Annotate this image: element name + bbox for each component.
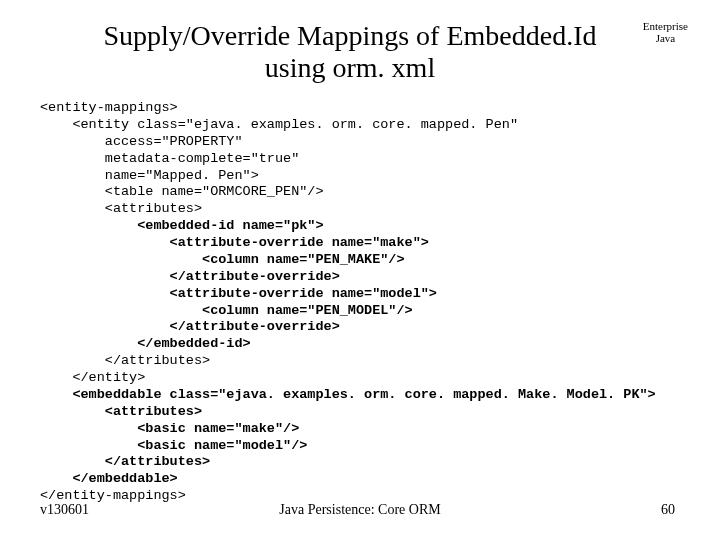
- corner-line-2: Java: [656, 32, 676, 44]
- code-line: <embeddable class="ejava. examples. orm.…: [40, 387, 656, 402]
- code-line: <column name="PEN_MODEL"/>: [40, 303, 413, 318]
- code-line: </embedded-id>: [40, 336, 251, 351]
- code-line: <table name="ORMCORE_PEN"/>: [40, 184, 324, 199]
- code-line: name="Mapped. Pen">: [40, 168, 259, 183]
- code-line: <basic name="model"/>: [40, 438, 307, 453]
- code-line: <attributes>: [40, 201, 202, 216]
- code-line: <embedded-id name="pk">: [40, 218, 324, 233]
- code-line: access="PROPERTY": [40, 134, 243, 149]
- title-line-2: using orm. xml: [265, 52, 435, 83]
- code-line: </entity-mappings>: [40, 488, 186, 503]
- code-line: </attribute-override>: [40, 269, 340, 284]
- title-line-1: Supply/Override Mappings of Embedded.Id: [103, 20, 596, 51]
- footer-page-number: 60: [661, 502, 675, 518]
- code-line: </attributes>: [40, 454, 210, 469]
- slide: Supply/Override Mappings of Embedded.Id …: [0, 0, 720, 540]
- corner-line-1: Enterprise: [643, 20, 688, 32]
- code-line: <entity class="ejava. examples. orm. cor…: [40, 117, 518, 132]
- code-line: <entity-mappings>: [40, 100, 178, 115]
- code-line: </attributes>: [40, 353, 210, 368]
- code-line: <column name="PEN_MAKE"/>: [40, 252, 405, 267]
- code-line: <attribute-override name="model">: [40, 286, 437, 301]
- code-line: </embeddable>: [40, 471, 178, 486]
- slide-title: Supply/Override Mappings of Embedded.Id …: [100, 20, 600, 84]
- corner-label: Enterprise Java: [643, 20, 688, 44]
- code-line: <attributes>: [40, 404, 202, 419]
- code-line: </entity>: [40, 370, 145, 385]
- code-line: <attribute-override name="make">: [40, 235, 429, 250]
- code-line: metadata-complete="true": [40, 151, 299, 166]
- code-line: </attribute-override>: [40, 319, 340, 334]
- footer-title: Java Persistence: Core ORM: [0, 502, 720, 518]
- code-line: <basic name="make"/>: [40, 421, 299, 436]
- code-block: <entity-mappings> <entity class="ejava. …: [40, 100, 700, 505]
